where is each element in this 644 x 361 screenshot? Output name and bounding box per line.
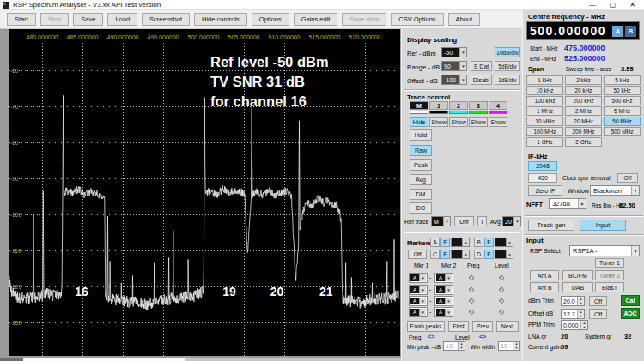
trace-show-button-4[interactable]: Show [489,117,507,127]
marker-c-trace-select[interactable]: ▾ [451,250,470,259]
trace-mode-peak-button[interactable]: Peak [410,159,432,171]
disabl-button[interactable]: Disabl [471,75,492,85]
centre-frequency-display[interactable]: 500.000000 A B [526,21,640,40]
trace-tab-3[interactable]: 3 [469,101,488,110]
freq-nav-arrows[interactable]: <> [428,334,434,340]
maximize-icon[interactable]: ▢ [610,0,617,10]
trace-mode-avg-button[interactable]: Avg [410,174,432,185]
span-button-200-mhz[interactable]: 200 MHz [565,127,602,136]
rsp-select[interactable]: RSP1A -▼ [569,245,640,256]
freq-preset-b-button[interactable]: B [625,26,636,37]
dbm-trim-off-button[interactable]: Off [589,296,607,306]
span-button-10-khz[interactable]: 10 kHz [526,86,563,95]
span-button-50-mhz[interactable]: 50 MHz [604,117,641,126]
marker-row-mkr2-select[interactable]: A▾ [434,296,453,306]
minimize-icon[interactable]: — [589,0,596,10]
toolbar-button-options[interactable]: Options [252,13,289,26]
stepper-arrows-icon[interactable]: ▲▼ [577,297,584,305]
marker-row-mkr2-select[interactable]: A▾ [434,285,453,295]
toolbar-button-save-data[interactable]: Save data [342,13,386,26]
marker-d-f-button[interactable]: F [484,250,494,259]
win-width-stepper[interactable]: 10 ▲▼ [498,341,520,351]
stepper-arrows-icon[interactable]: ▲▼ [458,342,465,350]
stepper-arrows-icon[interactable]: ▲▼ [577,310,584,318]
trace-mode-raw-button[interactable]: Raw [410,145,432,156]
bias-t-button[interactable]: BiasT [595,282,624,292]
prev-button[interactable]: Prev [472,321,493,332]
trace-tab-1[interactable]: 1 [429,101,448,110]
marker-level-indicator-icon[interactable]: ◇ [499,308,504,316]
track-gen-button[interactable]: Track gen [528,220,574,231]
trace-show-button-1[interactable]: Show [429,117,448,127]
marker-row-mkr1-select[interactable]: A▾ [409,285,428,295]
marker-level-indicator-icon[interactable]: ◇ [499,286,504,293]
enab-peaks-button[interactable]: Enab peaks [407,321,445,332]
ant-a-button[interactable]: Ant A [530,270,559,280]
marker-a-button[interactable]: A [430,238,440,247]
trace-tab-2[interactable]: 2 [449,101,468,110]
marker-row-mkr1-select[interactable]: A▾ [409,296,428,306]
toolbar-button-csv-options[interactable]: CSV Options [391,13,443,26]
scale-10db-div-button[interactable]: 10dB/div [495,47,520,57]
stepper-arrows-icon[interactable]: ▲▼ [513,342,519,350]
zero-if-button[interactable]: Zero IF [528,185,562,196]
marker-level-indicator-icon[interactable]: ◇ [499,274,504,281]
ref-trace-select[interactable]: M▾ [431,216,451,226]
marker-b-button[interactable]: B [474,238,483,247]
next-button[interactable]: Next [496,321,519,332]
marker-c-button[interactable]: C [430,250,440,259]
scrollbar-thumb[interactable] [23,358,185,361]
span-button-2-khz[interactable]: 2 kHz [565,75,602,85]
span-button-20-khz[interactable]: 20 kHz [565,86,602,95]
marker-b-trace-select[interactable]: ▾ [495,238,513,247]
dab-button[interactable]: DAB [562,282,593,292]
dbm-trim-stepper[interactable]: 20.0 ▲▼ [561,296,585,306]
trace-show-button-2[interactable]: Show [449,117,468,127]
clock-spur-off-button[interactable]: Off [617,173,638,183]
span-button-5-mhz[interactable]: 5 MHz [604,106,641,116]
marker-freq-indicator-icon[interactable]: ◇ [469,308,474,316]
tuner2-button[interactable]: Tuner 2 [595,270,624,280]
toolbar-button-load[interactable]: Load [107,13,137,26]
trace-mode-do-button[interactable]: DO [410,202,432,214]
close-icon[interactable]: ✕ [629,0,635,10]
diff-button[interactable]: Diff [454,216,474,226]
span-button-200-khz[interactable]: 200 kHz [565,96,602,105]
marker-a-trace-select[interactable]: ▾ [451,238,470,247]
toolbar-button-screenshot[interactable]: Screenshot [142,13,190,26]
t-button[interactable]: T [477,216,487,226]
span-button-10-mhz[interactable]: 10 MHz [526,117,563,126]
min-peak-stepper[interactable]: 10 ▲▼ [443,341,465,351]
toolbar-button-gains-edit[interactable]: Gains edit [294,13,338,26]
span-button-20-mhz[interactable]: 20 MHz [565,117,602,126]
marker-freq-indicator-icon[interactable]: ◇ [469,274,474,281]
marker-row-mkr2-select[interactable]: A▾ [434,307,453,317]
marker-a-f-button[interactable]: F [440,238,450,247]
toolbar-button-start[interactable]: Start [7,13,36,26]
toolbar-button-stop[interactable]: Stop [40,13,69,26]
span-button-100-khz[interactable]: 100 kHz [526,96,563,105]
span-button-2-ghz[interactable]: 2 GHz [565,137,602,147]
cal-button[interactable]: Cal [621,295,640,306]
ppm-trim-stepper[interactable]: 0.000 ▲▼ [561,320,588,330]
nfft-select[interactable]: 32768▼ [549,198,586,209]
marker-row-mkr1-select[interactable]: A▾ [409,307,428,317]
span-button-1-mhz[interactable]: 1 MHz [526,106,563,116]
if-450-button[interactable]: 450 [528,173,557,183]
trace-mode-hold-button[interactable]: Hold [410,129,432,141]
span-button-1-ghz[interactable]: 1 GHz [526,137,563,147]
scale-5db-div-button[interactable]: 5dB/div [495,61,520,71]
avg-count-select[interactable]: 20▾ [502,216,521,226]
toolbar-button-hide-controls[interactable]: Hide controls [194,13,247,26]
marker-row-mkr2-select[interactable]: A▾ [434,273,453,283]
span-button-1-khz[interactable]: 1 kHz [526,75,563,85]
span-button-500-khz[interactable]: 500 kHz [604,96,641,105]
tuner1-button[interactable]: Tuner 1 [595,258,624,268]
marker-d-trace-select[interactable]: ▾ [495,250,513,259]
level-nav-arrows[interactable]: <> [479,334,486,340]
s-dat-button[interactable]: S Dat [471,61,492,71]
if-2048-button[interactable]: 2048 [528,161,557,171]
toolbar-button-about[interactable]: About [448,13,481,26]
toolbar-button-save[interactable]: Save [73,13,103,26]
freq-preset-a-button[interactable]: A [612,26,623,37]
